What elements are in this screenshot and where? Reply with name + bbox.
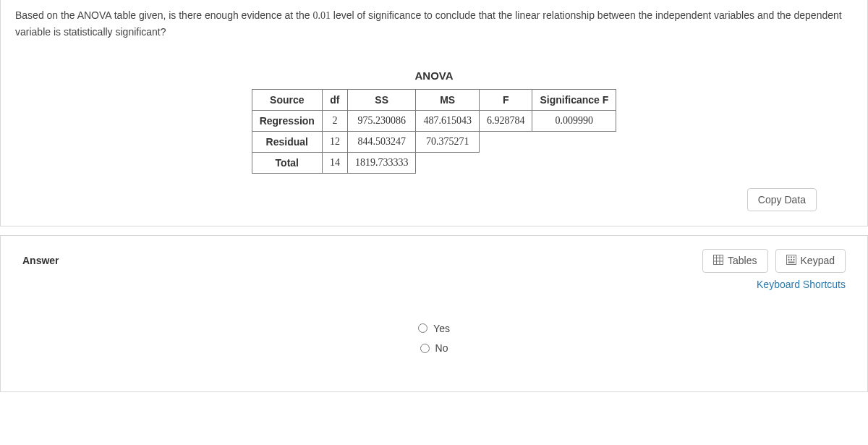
radio-yes-input[interactable] <box>418 323 427 333</box>
question-section: Based on the ANOVA table given, is there… <box>0 0 868 226</box>
svg-rect-8 <box>793 256 794 258</box>
answer-header: Answer Tables Keypad <box>22 249 846 273</box>
answer-section: Answer Tables Keypad Keyboard Shortcuts … <box>0 235 868 392</box>
table-header-row: Source df SS MS F Significance F <box>252 89 616 110</box>
cell-f-empty <box>479 152 532 173</box>
copy-data-button[interactable]: Copy Data <box>747 188 817 211</box>
cell-df: 12 <box>322 131 347 152</box>
radio-yes-text: Yes <box>433 323 450 334</box>
svg-rect-9 <box>788 259 789 260</box>
cell-df: 2 <box>322 110 347 131</box>
radio-option-yes: Yes <box>22 323 846 336</box>
cell-ms: 70.375271 <box>416 131 480 152</box>
answer-label: Answer <box>22 255 59 266</box>
cell-source: Regression <box>252 110 322 131</box>
cell-ms: 487.615043 <box>416 110 480 131</box>
svg-rect-12 <box>788 261 794 263</box>
tables-button[interactable]: Tables <box>702 249 767 273</box>
cell-f: 6.928784 <box>479 110 532 131</box>
col-f: F <box>479 89 532 110</box>
tables-label: Tables <box>728 255 757 266</box>
table-icon <box>713 255 723 267</box>
cell-f-empty <box>479 131 532 152</box>
keypad-button[interactable]: Keypad <box>775 249 846 273</box>
radio-yes-label[interactable]: Yes <box>418 323 450 334</box>
cell-df: 14 <box>322 152 347 173</box>
radio-no-input[interactable] <box>420 344 430 353</box>
svg-rect-0 <box>714 255 723 264</box>
cell-ss: 975.230086 <box>347 110 416 131</box>
col-sigf: Significance F <box>532 89 616 110</box>
cell-ms-empty <box>416 152 480 173</box>
keypad-label: Keypad <box>801 255 835 266</box>
cell-sigf: 0.009990 <box>532 110 616 131</box>
copy-data-label: Copy Data <box>758 194 806 205</box>
table-row: Regression 2 975.230086 487.615043 6.928… <box>252 110 616 131</box>
svg-rect-7 <box>791 256 792 258</box>
table-row: Residual 12 844.503247 70.375271 <box>252 131 616 152</box>
radio-no-label[interactable]: No <box>420 342 448 354</box>
significance-level: 0.01 <box>312 10 331 21</box>
question-text: Based on the ANOVA table given, is there… <box>15 7 853 41</box>
table-row: Total 14 1819.733333 <box>252 152 616 173</box>
anova-table: Source df SS MS F Significance F Regress… <box>252 89 617 174</box>
col-df: df <box>322 89 347 110</box>
keyboard-shortcuts-link[interactable]: Keyboard Shortcuts <box>22 279 846 290</box>
col-source: Source <box>252 89 322 110</box>
cell-ss: 844.503247 <box>347 131 416 152</box>
svg-rect-10 <box>791 259 792 260</box>
svg-rect-11 <box>793 259 794 260</box>
col-ms: MS <box>416 89 480 110</box>
cell-ss: 1819.733333 <box>347 152 416 173</box>
answer-buttons: Tables Keypad <box>702 249 846 273</box>
cell-sigf-empty <box>532 152 616 173</box>
anova-title: ANOVA <box>15 69 853 82</box>
cell-sigf-empty <box>532 131 616 152</box>
cell-source: Residual <box>252 131 322 152</box>
copy-data-row: Copy Data <box>15 188 853 211</box>
radio-no-text: No <box>435 342 448 354</box>
svg-rect-6 <box>788 256 789 258</box>
col-ss: SS <box>347 89 416 110</box>
anova-container: ANOVA Source df SS MS F Significance F R… <box>15 69 853 174</box>
question-prefix: Based on the ANOVA table given, is there… <box>15 9 312 21</box>
keypad-icon <box>786 255 796 267</box>
radio-option-no: No <box>22 342 846 355</box>
cell-source: Total <box>252 152 322 173</box>
radio-group: Yes No <box>22 323 846 355</box>
